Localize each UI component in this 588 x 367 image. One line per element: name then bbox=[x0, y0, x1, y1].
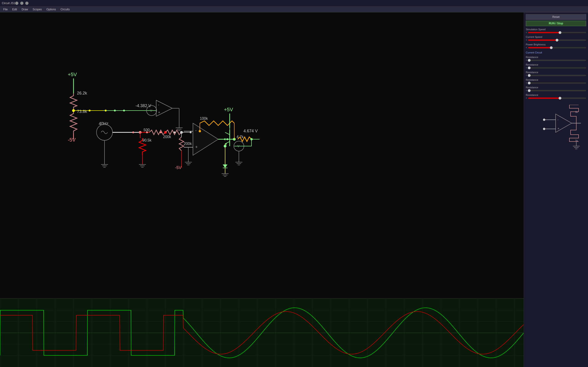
reset-button[interactable]: Reset bbox=[526, 14, 586, 20]
svg-point-99 bbox=[146, 131, 148, 133]
circuit-svg: +5V 26.2k 73.8k -5V - + -4.382 V bbox=[0, 12, 524, 298]
resistance-4-thumb[interactable] bbox=[528, 82, 531, 84]
svg-point-73 bbox=[224, 145, 226, 148]
resistance-3-thumb[interactable] bbox=[528, 74, 531, 77]
sim-speed-track[interactable] bbox=[528, 32, 586, 33]
resistance-1-thumb[interactable] bbox=[528, 59, 531, 62]
svg-point-5 bbox=[543, 119, 545, 121]
sim-speed-fill bbox=[528, 32, 560, 33]
power-brightness-fill bbox=[528, 47, 551, 48]
svg-point-98 bbox=[132, 131, 134, 133]
r4-label: 90.5k bbox=[142, 138, 152, 142]
maximize-button[interactable] bbox=[20, 2, 23, 5]
freq-label: 40Hz bbox=[99, 121, 108, 126]
resistance-4-left-arrow[interactable]: < bbox=[526, 82, 527, 84]
scope-area[interactable]: Max=5 V t = 3.492 s time step = 5 μs bbox=[0, 298, 524, 367]
resistance-5-left-arrow[interactable]: < bbox=[526, 89, 527, 92]
svg-point-6 bbox=[543, 128, 545, 130]
resistance-3-track[interactable] bbox=[528, 75, 586, 76]
menu-scopes[interactable]: Scopes bbox=[30, 7, 44, 11]
scope-canvas bbox=[0, 299, 524, 367]
resistance-1-track[interactable] bbox=[528, 60, 586, 61]
sim-speed-label: Simulation Speed bbox=[526, 28, 586, 31]
resistance-1-left-arrow[interactable]: < bbox=[526, 59, 527, 61]
sim-speed-slider-row: < bbox=[526, 31, 586, 34]
current-speed-label: Current Speed bbox=[526, 35, 586, 38]
menu-circuits[interactable]: Circuits bbox=[58, 7, 72, 11]
vcc-right-label: +5V bbox=[224, 107, 233, 112]
r7-label: 100k bbox=[200, 117, 208, 120]
current-speed-left-arrow[interactable]: < bbox=[526, 39, 527, 41]
menu-options[interactable]: Options bbox=[44, 7, 58, 11]
resistance-5-slider-row: < bbox=[526, 89, 586, 92]
r2-label: 73.8k bbox=[77, 109, 87, 114]
resistance-3-left-arrow[interactable]: < bbox=[526, 74, 527, 77]
power-brightness-track[interactable] bbox=[528, 47, 586, 48]
resistance-5-thumb[interactable] bbox=[528, 89, 531, 92]
resistance-6-fill bbox=[528, 98, 560, 99]
close-button[interactable] bbox=[25, 2, 28, 5]
resistance-5-track[interactable] bbox=[528, 90, 586, 91]
sim-speed-thumb[interactable] bbox=[559, 31, 561, 34]
resistance-2-label: Resistance bbox=[526, 63, 586, 66]
opamp-preview: - + 1k 1k bbox=[526, 105, 586, 151]
current-speed-thumb[interactable] bbox=[556, 39, 558, 42]
current-circuit-section: Current Circuit bbox=[526, 51, 586, 54]
v1-label: -4.382 V bbox=[136, 103, 151, 108]
circuit-area[interactable]: +5V 26.2k 73.8k -5V - + -4.382 V bbox=[0, 12, 524, 298]
resistance-4-slider-row: < bbox=[526, 82, 586, 84]
window-controls[interactable] bbox=[15, 2, 28, 5]
right-panel: Reset RUN / Stop Simulation Speed < Curr… bbox=[524, 12, 588, 367]
menubar: File Edit Draw Scopes Options Circuits bbox=[0, 6, 588, 12]
r1-label: 26.2k bbox=[77, 91, 87, 95]
r3-label: 500 bbox=[144, 128, 150, 132]
sim-speed-left-arrow[interactable]: < bbox=[526, 31, 527, 34]
resistance-6-left-arrow[interactable]: < bbox=[526, 97, 527, 99]
power-brightness-label: Power Brightness bbox=[526, 43, 586, 46]
current-speed-slider-row: < bbox=[526, 39, 586, 41]
svg-point-100 bbox=[160, 131, 162, 133]
resistance-1-label: Resistance bbox=[526, 56, 586, 58]
svg-point-96 bbox=[114, 110, 116, 111]
svg-point-62 bbox=[199, 130, 201, 132]
resistance-4-track[interactable] bbox=[528, 82, 586, 84]
resistance-2-track[interactable] bbox=[528, 67, 586, 69]
resistance-4-label: Resistance bbox=[526, 78, 586, 81]
titlebar: Circuit JS1 bbox=[0, 0, 588, 6]
svg-text:-: - bbox=[557, 118, 559, 122]
resistance-2-thumb[interactable] bbox=[528, 67, 531, 69]
power-brightness-slider-row: < bbox=[526, 46, 586, 49]
vcc-top-label: +5V bbox=[68, 72, 77, 77]
resistance-6-thumb[interactable] bbox=[559, 97, 561, 100]
menu-file[interactable]: File bbox=[1, 7, 10, 11]
power-brightness-left-arrow[interactable]: < bbox=[526, 46, 527, 49]
resistance-2-left-arrow[interactable]: < bbox=[526, 67, 527, 69]
minimize-button[interactable] bbox=[15, 2, 18, 5]
resistance-3-label: Resistance bbox=[526, 71, 586, 74]
svg-point-21 bbox=[72, 109, 75, 112]
svg-point-102 bbox=[190, 131, 191, 133]
svg-point-95 bbox=[105, 110, 107, 111]
svg-rect-15 bbox=[0, 41, 524, 270]
resistance-2-slider-row: < bbox=[526, 67, 586, 69]
run-stop-button[interactable]: RUN / Stop bbox=[526, 21, 586, 26]
resistance-6-track[interactable] bbox=[528, 98, 586, 99]
current-speed-fill bbox=[528, 40, 557, 41]
menu-draw[interactable]: Draw bbox=[19, 7, 30, 11]
svg-text:+: + bbox=[195, 145, 198, 149]
power-brightness-thumb[interactable] bbox=[550, 46, 553, 49]
resistance-5-label: Resistance bbox=[526, 86, 586, 89]
menu-edit[interactable]: Edit bbox=[10, 7, 19, 11]
current-speed-track[interactable] bbox=[528, 40, 586, 41]
svg-text:+: + bbox=[557, 127, 559, 130]
window-title: Circuit JS1 bbox=[2, 2, 15, 5]
r5-label: 200k bbox=[163, 135, 171, 139]
svg-text:V: V bbox=[150, 109, 152, 112]
resistance-6-slider-row: < bbox=[526, 97, 586, 99]
resistance-3-slider-row: < bbox=[526, 74, 586, 77]
resistance-1-slider-row: < bbox=[526, 59, 586, 61]
svg-text:+: + bbox=[158, 110, 160, 114]
r6-label: 200k bbox=[184, 142, 192, 146]
svg-text:-: - bbox=[158, 103, 159, 107]
vcc-neg2-label: -5V bbox=[175, 165, 182, 170]
